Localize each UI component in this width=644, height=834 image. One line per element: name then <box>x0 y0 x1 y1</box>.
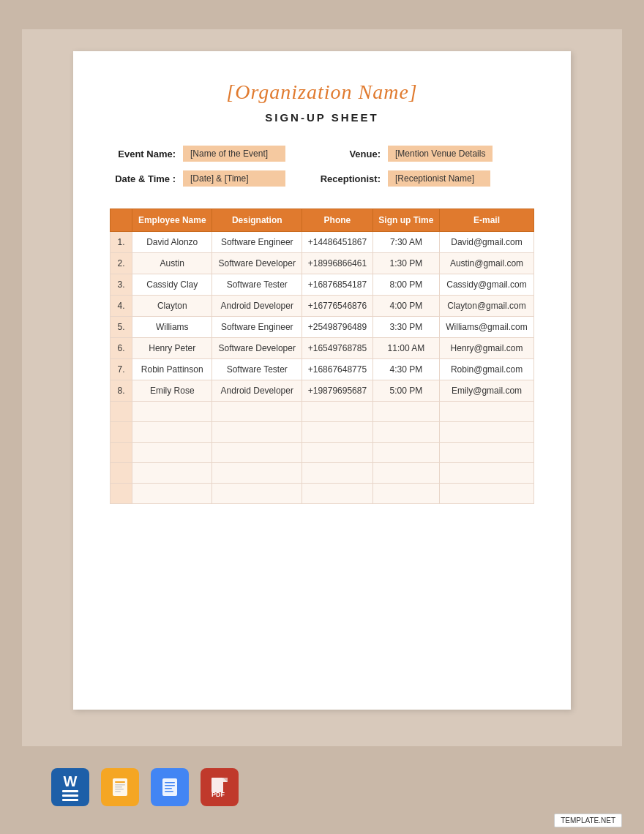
empty-designation <box>212 422 302 443</box>
row-designation: Software Tester <box>212 359 302 380</box>
row-name: Williams <box>132 317 212 338</box>
event-row: Event Name: [Name of the Event] Venue: [… <box>110 146 534 162</box>
row-email: Robin@gmail.com <box>440 359 534 380</box>
empty-designation <box>212 463 302 484</box>
svg-rect-6 <box>162 778 177 796</box>
row-email: Austin@gmail.com <box>440 253 534 274</box>
row-email: Clayton@gmail.com <box>440 296 534 317</box>
venue-field-group: Venue: [Mention Venue Details <box>315 146 493 162</box>
empty-time <box>372 422 439 443</box>
row-time: 8:00 PM <box>372 274 439 296</box>
receptionist-value: [Receptionist Name] <box>388 170 490 187</box>
row-phone: +16867648775 <box>302 359 373 380</box>
docs-icon[interactable] <box>151 768 189 806</box>
venue-value: [Mention Venue Details <box>388 146 493 162</box>
col-num <box>111 209 132 232</box>
datetime-value: [Date] & [Time] <box>183 170 285 187</box>
row-num: 2. <box>111 253 132 274</box>
table-row: 8. Emily Rose Android Developer +1987969… <box>111 380 534 402</box>
pages-icon[interactable] <box>101 768 139 806</box>
svg-rect-9 <box>165 788 172 789</box>
table-row: 5. Williams Software Engineer +254987964… <box>111 317 534 338</box>
svg-rect-10 <box>165 791 173 792</box>
row-phone: +25498796489 <box>302 317 373 338</box>
row-name: Emily Rose <box>132 380 212 402</box>
empty-num <box>111 422 132 443</box>
empty-designation <box>212 484 302 504</box>
receptionist-field-group: Receptionist: [Receptionist Name] <box>315 170 490 187</box>
row-time: 5:00 PM <box>372 380 439 402</box>
row-num: 8. <box>111 380 132 402</box>
empty-row <box>111 422 534 443</box>
empty-email <box>440 484 534 504</box>
svg-rect-11 <box>211 778 223 792</box>
row-designation: Software Developer <box>212 338 302 359</box>
empty-phone <box>302 443 373 463</box>
sheet-title: Sign-Up Sheet <box>110 111 534 124</box>
table-row: 1. David Alonzo Software Engineer +14486… <box>111 232 534 253</box>
col-employee-name: Employee Name <box>132 209 212 232</box>
col-designation: Designation <box>212 209 302 232</box>
empty-time <box>372 443 439 463</box>
empty-num <box>111 484 132 504</box>
row-designation: Software Tester <box>212 274 302 296</box>
empty-num <box>111 402 132 422</box>
svg-rect-8 <box>165 785 175 786</box>
row-email: Williams@gmail.com <box>440 317 534 338</box>
empty-num <box>111 443 132 463</box>
table-row: 7. Robin Pattinson Software Tester +1686… <box>111 359 534 380</box>
row-designation: Software Engineer <box>212 317 302 338</box>
row-num: 6. <box>111 338 132 359</box>
table-row: 6. Henry Peter Software Developer +16549… <box>111 338 534 359</box>
empty-designation <box>212 402 302 422</box>
signup-table: Employee Name Designation Phone Sign up … <box>110 209 534 504</box>
datetime-row: Date & Time : [Date] & [Time] Receptioni… <box>110 170 534 187</box>
datetime-field-group: Date & Time : [Date] & [Time] <box>110 170 285 187</box>
empty-name <box>132 402 212 422</box>
form-fields: Event Name: [Name of the Event] Venue: [… <box>110 146 534 187</box>
row-num: 4. <box>111 296 132 317</box>
row-phone: +19879695687 <box>302 380 373 402</box>
empty-phone <box>302 422 373 443</box>
empty-time <box>372 484 439 504</box>
table-body: 1. David Alonzo Software Engineer +14486… <box>111 232 534 504</box>
table-header-row: Employee Name Designation Phone Sign up … <box>111 209 534 232</box>
row-name: Cassidy Clay <box>132 274 212 296</box>
row-email: Cassidy@gmail.com <box>440 274 534 296</box>
svg-rect-1 <box>115 781 125 783</box>
row-designation: Android Developer <box>212 380 302 402</box>
word-icon[interactable]: W <box>51 768 89 806</box>
row-num: 5. <box>111 317 132 338</box>
row-phone: +16876854187 <box>302 274 373 296</box>
table-row: 2. Austin Software Developer +1899686646… <box>111 253 534 274</box>
empty-email <box>440 422 534 443</box>
empty-num <box>111 463 132 484</box>
row-designation: Software Engineer <box>212 232 302 253</box>
row-name: David Alonzo <box>132 232 212 253</box>
row-phone: +14486451867 <box>302 232 373 253</box>
row-name: Robin Pattinson <box>132 359 212 380</box>
event-value: [Name of the Event] <box>183 146 285 162</box>
row-name: Austin <box>132 253 212 274</box>
row-name: Clayton <box>132 296 212 317</box>
event-field-group: Event Name: [Name of the Event] <box>110 146 285 162</box>
col-email: E-mail <box>440 209 534 232</box>
row-time: 11:00 AM <box>372 338 439 359</box>
col-signup-time: Sign up Time <box>372 209 439 232</box>
row-num: 7. <box>111 359 132 380</box>
empty-name <box>132 484 212 504</box>
empty-name <box>132 463 212 484</box>
svg-rect-7 <box>165 782 175 784</box>
empty-row <box>111 484 534 504</box>
row-phone: +18996866461 <box>302 253 373 274</box>
row-phone: +16776546876 <box>302 296 373 317</box>
row-num: 1. <box>111 232 132 253</box>
template-badge-container: TEMPLATE.NET <box>22 814 622 827</box>
row-time: 4:30 PM <box>372 359 439 380</box>
row-designation: Android Developer <box>212 296 302 317</box>
empty-email <box>440 443 534 463</box>
receptionist-label: Receptionist: <box>315 173 381 184</box>
pdf-icon[interactable]: PDF <box>201 768 239 806</box>
empty-phone <box>302 484 373 504</box>
svg-rect-4 <box>115 789 124 790</box>
